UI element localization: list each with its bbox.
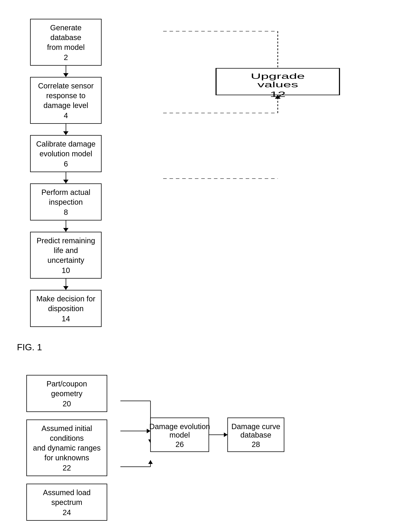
box-generate-database: Generate databasefrom model 2 — [30, 19, 102, 66]
fig1-flow-left: Generate databasefrom model 2 Correlate … — [26, 19, 105, 327]
svg-text:database: database — [240, 431, 271, 439]
box-20-text: Part/coupongeometry — [46, 379, 87, 398]
box-2-text: Generate databasefrom model — [35, 23, 97, 52]
fig1-section: Generate databasefrom model 2 Correlate … — [15, 11, 403, 352]
box-2-number: 2 — [64, 53, 68, 62]
box-predict-remaining: Predict remaininglife and uncertainty 10 — [30, 232, 102, 279]
svg-text:26: 26 — [175, 440, 184, 449]
box-22-text: Assumed initial conditionsand dynamic ra… — [31, 423, 103, 463]
svg-marker-23 — [224, 432, 228, 437]
box-4-number: 4 — [64, 111, 68, 120]
svg-rect-0 — [216, 68, 339, 95]
arrow-2-to-4 — [66, 66, 66, 77]
box-22-number: 22 — [63, 464, 71, 472]
box-correlate-sensor: Correlate sensorresponse todamage level … — [30, 77, 102, 124]
svg-text:values: values — [257, 80, 298, 89]
svg-text:12: 12 — [270, 90, 286, 99]
svg-text:Upgrade: Upgrade — [251, 72, 305, 81]
fig2-container: Part/coupongeometry 20 Assumed initial c… — [15, 367, 403, 528]
box-4-text: Correlate sensorresponse todamage level — [38, 81, 94, 110]
box-make-decision: Make decision fordisposition 14 — [30, 290, 102, 327]
box-14-text: Make decision fordisposition — [36, 294, 95, 313]
box-part-coupon: Part/coupongeometry 20 — [26, 375, 107, 412]
fig2-connections: Damage evolution model 26 Damage curve d… — [120, 386, 290, 510]
svg-text:Damage evolution: Damage evolution — [149, 422, 210, 431]
fig2-section: Part/coupongeometry 20 Assumed initial c… — [15, 367, 403, 532]
box-24-number: 24 — [63, 508, 71, 517]
box-perform-inspection: Perform actualinspection 8 — [30, 184, 102, 220]
svg-marker-8 — [275, 95, 281, 99]
box-8-number: 8 — [64, 208, 68, 217]
fig1-container: Generate databasefrom model 2 Correlate … — [15, 11, 403, 335]
box-10-text: Predict remaininglife and uncertainty — [35, 236, 97, 265]
svg-text:Damage curve: Damage curve — [231, 422, 280, 431]
box-assumed-load: Assumed loadspectrum 24 — [26, 484, 107, 521]
arrow-10-to-14 — [66, 279, 66, 290]
box-10-number: 10 — [62, 266, 70, 275]
box-calibrate-damage: Calibrate damageevolution model 6 — [30, 135, 102, 172]
svg-text:28: 28 — [252, 440, 260, 449]
box-14-number: 14 — [62, 314, 70, 323]
fig2-left-column: Part/coupongeometry 20 Assumed initial c… — [26, 375, 120, 521]
fig1-label: FIG. 1 — [17, 342, 403, 352]
svg-text:model: model — [170, 431, 190, 439]
box-assumed-initial: Assumed initial conditionsand dynamic ra… — [26, 419, 107, 476]
arrow-8-to-10 — [66, 220, 66, 232]
box-24-text: Assumed loadspectrum — [43, 488, 91, 507]
box-20-number: 20 — [63, 400, 71, 408]
box-6-number: 6 — [64, 160, 68, 168]
box-8-text: Perform actualinspection — [41, 187, 90, 207]
box-6-text: Calibrate damageevolution model — [36, 139, 95, 159]
svg-marker-17 — [148, 460, 153, 464]
arrow-4-to-6 — [66, 124, 66, 135]
arrow-6-to-8 — [66, 172, 66, 184]
